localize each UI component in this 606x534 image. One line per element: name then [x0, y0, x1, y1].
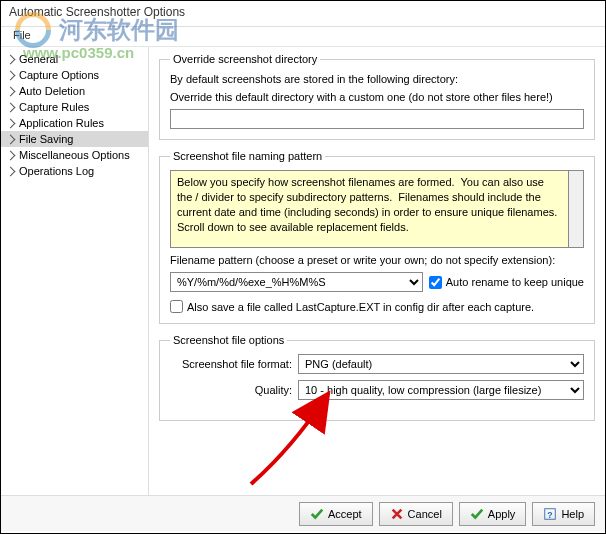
sidebar-item-general[interactable]: General	[1, 51, 148, 67]
override-desc: By default screenshots are stored in the…	[170, 73, 584, 85]
sidebar-item-misc-options[interactable]: Miscellaneous Options	[1, 147, 148, 163]
auto-rename-label: Auto rename to keep unique	[446, 276, 584, 288]
group-naming-pattern: Screenshot file naming pattern Below you…	[159, 150, 595, 324]
sidebar-item-capture-options[interactable]: Capture Options	[1, 67, 148, 83]
group-file-options-legend: Screenshot file options	[170, 334, 287, 346]
also-save-checkbox[interactable]: Also save a file called LastCapture.EXT …	[170, 300, 584, 313]
menubar: File	[1, 27, 605, 47]
group-file-options: Screenshot file options Screenshot file …	[159, 334, 595, 421]
settings-panel: Override screenshot directory By default…	[149, 47, 605, 495]
group-override-directory: Override screenshot directory By default…	[159, 53, 595, 140]
accept-button[interactable]: Accept	[299, 502, 373, 526]
window-title: Automatic Screenshotter Options	[1, 1, 605, 27]
group-override-legend: Override screenshot directory	[170, 53, 320, 65]
accept-label: Accept	[328, 508, 362, 520]
format-label: Screenshot file format:	[170, 358, 298, 370]
button-bar: Accept Cancel Apply ? Help	[1, 495, 605, 531]
sidebar-item-operations-log[interactable]: Operations Log	[1, 163, 148, 179]
sidebar-item-application-rules[interactable]: Application Rules	[1, 115, 148, 131]
auto-rename-checkbox[interactable]: Auto rename to keep unique	[429, 276, 584, 289]
sidebar-item-auto-deletion[interactable]: Auto Deletion	[1, 83, 148, 99]
check-icon	[310, 507, 324, 521]
help-button[interactable]: ? Help	[532, 502, 595, 526]
also-save-input[interactable]	[170, 300, 183, 313]
x-icon	[390, 507, 404, 521]
quality-label: Quality:	[170, 384, 298, 396]
cancel-label: Cancel	[408, 508, 442, 520]
check-icon	[470, 507, 484, 521]
sidebar-item-file-saving[interactable]: File Saving	[1, 131, 148, 147]
help-icon: ?	[543, 507, 557, 521]
svg-text:?: ?	[548, 509, 553, 519]
help-label: Help	[561, 508, 584, 520]
file-format-select[interactable]: PNG (default)	[298, 354, 584, 374]
group-naming-legend: Screenshot file naming pattern	[170, 150, 325, 162]
scrollbar[interactable]	[569, 170, 584, 248]
quality-select[interactable]: 10 - high quality, low compression (larg…	[298, 380, 584, 400]
cancel-button[interactable]: Cancel	[379, 502, 453, 526]
naming-help-text[interactable]: Below you specify how screenshot filenam…	[170, 170, 569, 248]
also-save-label: Also save a file called LastCapture.EXT …	[187, 301, 534, 313]
pattern-label: Filename pattern (choose a preset or wri…	[170, 254, 584, 266]
apply-button[interactable]: Apply	[459, 502, 527, 526]
menu-file[interactable]: File	[9, 29, 35, 41]
override-instr: Override this default directory with a c…	[170, 91, 584, 103]
sidebar-item-capture-rules[interactable]: Capture Rules	[1, 99, 148, 115]
category-tree: General Capture Options Auto Deletion Ca…	[1, 47, 149, 495]
override-directory-input[interactable]	[170, 109, 584, 129]
auto-rename-input[interactable]	[429, 276, 442, 289]
filename-pattern-select[interactable]: %Y/%m/%d/%exe_%H%M%S	[170, 272, 423, 292]
apply-label: Apply	[488, 508, 516, 520]
